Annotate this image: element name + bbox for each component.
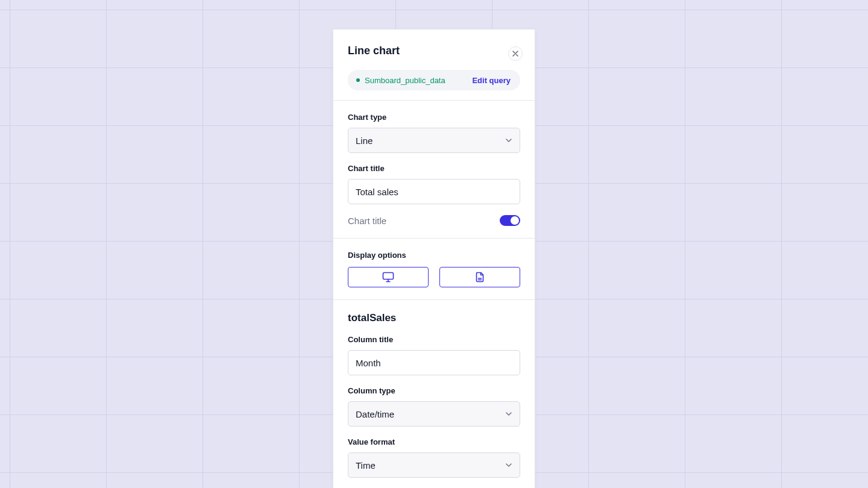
column-name: totalSales <box>348 312 520 324</box>
value-format-field: Value format Time <box>348 437 520 478</box>
value-format-label: Value format <box>348 437 520 446</box>
edit-query-link[interactable]: Edit query <box>472 76 511 85</box>
chart-title-toggle[interactable] <box>500 215 520 226</box>
value-format-value: Time <box>356 460 376 471</box>
toggle-knob <box>511 216 519 225</box>
chart-title-field: Chart title Total sales <box>348 164 520 204</box>
svg-rect-0 <box>383 273 394 280</box>
close-button[interactable] <box>508 46 523 61</box>
chart-section: Chart type Line Chart title Total sales … <box>333 101 535 238</box>
display-option-document[interactable] <box>439 267 520 287</box>
column-title-value: Month <box>356 358 381 368</box>
chart-title-toggle-row: Chart title <box>348 215 520 226</box>
column-type-label: Column type <box>348 386 520 395</box>
column-section: totalSales Column title Month Column typ… <box>333 300 535 488</box>
chart-title-value: Total sales <box>356 187 398 197</box>
value-format-select[interactable]: Time <box>348 452 520 478</box>
chart-title-toggle-label: Chart title <box>348 216 386 226</box>
panel-header: Line chart <box>333 30 535 58</box>
document-icon <box>475 272 485 283</box>
column-type-field: Column type Date/time <box>348 386 520 427</box>
datasource-pill: Sumboard_public_data Edit query <box>348 70 520 90</box>
status-dot-icon <box>356 78 360 82</box>
chart-type-label: Chart type <box>348 113 520 122</box>
column-type-select[interactable]: Date/time <box>348 401 520 427</box>
column-title-input[interactable]: Month <box>348 350 520 375</box>
chart-type-value: Line <box>356 136 373 146</box>
display-options-row <box>348 267 520 287</box>
panel-title: Line chart <box>348 44 520 58</box>
close-icon <box>512 51 518 57</box>
display-options-section: Display options <box>333 239 535 299</box>
datasource-name: Sumboard_public_data <box>365 76 467 85</box>
chevron-down-icon <box>505 461 512 469</box>
column-title-field: Column title Month <box>348 335 520 375</box>
chart-type-select[interactable]: Line <box>348 128 520 153</box>
display-option-desktop[interactable] <box>348 267 429 287</box>
column-title-label: Column title <box>348 335 520 344</box>
chart-type-field: Chart type Line <box>348 113 520 153</box>
chevron-down-icon <box>505 410 512 418</box>
settings-panel: Line chart Sumboard_public_data Edit que… <box>333 29 535 488</box>
display-options-label: Display options <box>348 251 520 260</box>
chart-title-input[interactable]: Total sales <box>348 179 520 204</box>
chevron-down-icon <box>505 137 512 144</box>
column-type-value: Date/time <box>356 409 394 419</box>
monitor-icon <box>382 272 394 283</box>
chart-title-label: Chart title <box>348 164 520 173</box>
